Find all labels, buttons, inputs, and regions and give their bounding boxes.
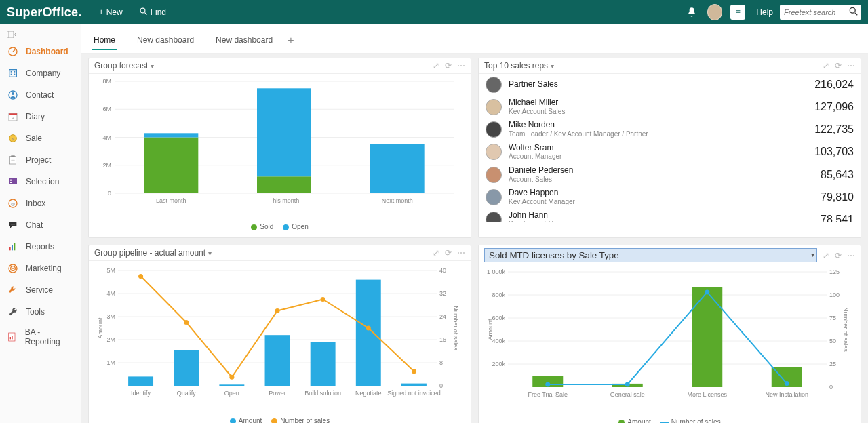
main-menu-icon[interactable]: ≡ [730,5,745,20]
svg-text:0: 0 [829,384,833,390]
refresh-icon[interactable]: ⟳ [835,61,842,70]
collapse-sidebar-icon[interactable] [0,28,81,41]
sidebar-item-project[interactable]: Project [0,149,81,171]
tab-new-dashboard-1[interactable]: New dashboard [136,31,195,50]
svg-rect-56 [257,176,311,193]
user-avatar[interactable] [707,5,722,20]
refresh-icon[interactable]: ⟳ [835,251,842,260]
rep-value: 79,810 [821,191,854,203]
panel-top-reps: Top 10 sales reps▾ ⤢ ⟳ ⋯ Partner Sales21… [478,58,861,238]
sidebar-item-label: Tools [26,307,45,317]
sidebar-item-ba-reporting[interactable]: BA - Reporting [0,323,81,351]
sidebar-item-sale[interactable]: $Sale [0,127,81,149]
svg-text:24: 24 [439,313,446,320]
rep-role: Account Manager [509,153,808,161]
svg-text:100: 100 [829,291,840,298]
expand-icon[interactable]: ⤢ [823,251,829,260]
svg-text:3M: 3M [106,313,115,320]
sidebar-item-company[interactable]: Company [0,62,81,84]
tab-home-0[interactable]: Home [92,31,117,50]
report-icon [7,331,18,343]
new-button[interactable]: + New [99,7,123,17]
svg-text:600k: 600k [492,315,505,321]
avatar [486,77,502,93]
notifications-icon[interactable] [684,5,699,20]
svg-text:16: 16 [439,336,446,343]
svg-rect-26 [10,180,12,181]
panel-group-forecast: Group forecast▾ ⤢ ⟳ ⋯ 02M4M6M8MLast mont… [88,58,471,238]
more-icon[interactable]: ⋯ [457,248,465,258]
sidebar-item-diary[interactable]: 9Diary [0,106,81,127]
add-tab-button[interactable]: + [288,35,294,47]
more-icon[interactable]: ⋯ [457,61,465,70]
search-wrap [780,5,861,20]
svg-text:More Licenses: More Licenses [687,391,727,398]
find-button[interactable]: Find [140,7,166,18]
expand-icon[interactable]: ⤢ [433,248,439,258]
licenses-title-dropdown[interactable] [484,248,817,262]
expand-icon[interactable]: ⤢ [433,61,439,70]
rep-row[interactable]: John HannKev Account Manager78,541 [479,208,861,222]
panel-title: Group forecast [94,61,148,70]
svg-text:Amount: Amount [97,317,104,339]
svg-point-32 [14,224,14,224]
search-icon[interactable] [849,7,859,18]
brand-logo: SuperOffice. [7,5,82,20]
svg-text:General sale: General sale [610,391,645,398]
chart-group-forecast: 02M4M6M8MLast monthThis monthNext month [94,78,465,220]
svg-rect-89 [401,384,427,386]
svg-rect-22 [11,155,14,157]
sidebar-item-reports[interactable]: Reports [0,236,81,258]
rep-row[interactable]: Dave HappenKev Account Manager79,810 [479,186,861,208]
expand-icon[interactable]: ⤢ [823,61,829,70]
chevron-down-icon[interactable]: ▾ [208,249,212,257]
svg-text:Qualify: Qualify [177,390,197,397]
rep-name: Michael Miller [509,98,808,108]
sidebar-item-inbox[interactable]: @Inbox [0,193,81,214]
rep-row[interactable]: Daniele PedersenAccount Sales85,643 [479,163,861,186]
help-link[interactable]: Help [756,7,773,17]
svg-rect-53 [144,138,198,194]
refresh-icon[interactable]: ⟳ [445,61,452,70]
svg-rect-42 [14,338,14,339]
rep-name: John Hann [509,211,814,220]
more-icon[interactable]: ⋯ [847,61,855,70]
rep-row[interactable]: Mike NordenTeam Leader / Kev Account Man… [479,118,861,140]
rep-value: 122,735 [814,123,854,136]
sidebar-item-label: Reports [26,242,54,251]
sidebar-item-chat[interactable]: Chat [0,214,81,236]
rep-name: Daniele Pedersen [509,166,814,176]
refresh-icon[interactable]: ⟳ [445,248,452,258]
new-label: New [106,7,123,17]
svg-point-127 [785,381,789,386]
rep-row[interactable]: Michael MillerKev Account Sales127,096 [479,96,861,118]
rep-row[interactable]: Partner Sales216,024 [479,74,861,96]
svg-text:75: 75 [829,315,836,321]
legend-nsales: Number of sales [280,417,330,423]
svg-text:Open: Open [224,390,239,397]
chevron-down-icon[interactable]: ▾ [151,62,154,70]
coin-icon: $ [7,132,19,144]
tab-new-dashboard-2[interactable]: New dashboard [214,31,274,50]
sidebar-item-selection[interactable]: Selection [0,171,81,193]
chevron-down-icon[interactable]: ▾ [811,251,814,258]
panel-title: Group pipeline - actual amount [94,248,205,258]
rep-role: Team Leader / Kev Account Manager / Part… [509,130,808,138]
sidebar: DashboardCompanyContact9Diary$SaleProjec… [0,24,81,423]
sidebar-item-contact[interactable]: Contact [0,84,81,106]
svg-text:Number of sales: Number of sales [452,306,459,350]
panel-licenses: ▾ ⤢ ⟳ ⋯ 200k400k600k800k1 000k0255075100… [478,245,861,423]
svg-rect-59 [370,144,425,193]
sidebar-item-tools[interactable]: Tools [0,301,81,323]
panel-title: Top 10 sales reps [484,61,548,70]
sidebar-item-label: Service [26,285,53,295]
more-icon[interactable]: ⋯ [847,251,855,260]
sidebar-item-marketing[interactable]: Marketing [0,258,81,279]
chevron-down-icon[interactable]: ▾ [551,62,554,70]
sidebar-item-dashboard[interactable]: Dashboard [0,41,81,62]
svg-text:4M: 4M [102,134,111,141]
rep-row[interactable]: Wolter SramAccount Manager103,703 [479,141,861,163]
sidebar-item-service[interactable]: Service [0,279,81,301]
svg-rect-81 [219,384,244,386]
svg-rect-57 [257,88,311,176]
